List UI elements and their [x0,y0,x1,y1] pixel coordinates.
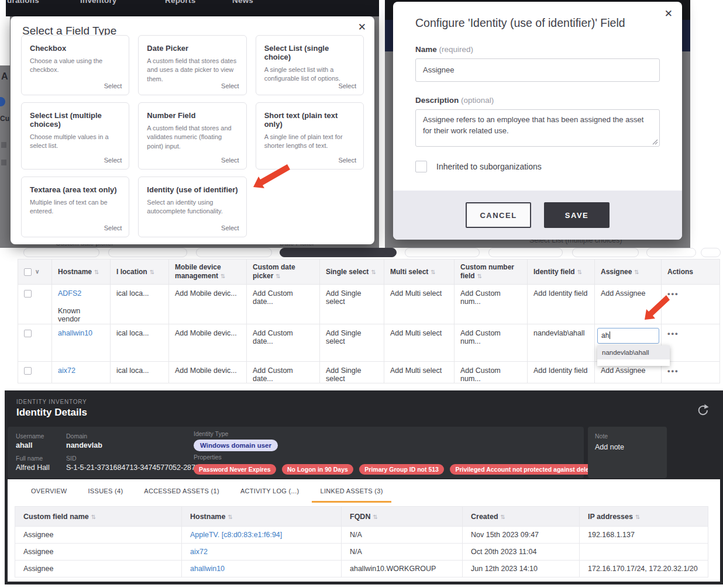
nav-item-configurations[interactable]: urations [7,0,39,5]
description-textarea[interactable]: Assignee refers to an employee that has … [415,109,660,147]
identity-field-cell[interactable]: Add Identity field [528,362,595,383]
col-identity-field[interactable]: Identity field⇅ [528,260,595,285]
col-custom-date[interactable]: Custom date picker⇅ [247,260,320,285]
add-note-placeholder[interactable]: Add note [595,443,624,451]
select-link[interactable]: Select [221,82,239,89]
select-link[interactable]: Select [221,157,239,164]
location-cell[interactable]: ical loca... [111,324,169,362]
select-link[interactable]: Select [104,224,122,231]
col-created[interactable]: Created⇅ [463,507,580,527]
tab-accessed-assets[interactable]: ACCESSED ASSETS (1) [136,480,228,503]
hostname-link[interactable]: AppleTV. [c8:d0:83:e1:f6:94] [190,531,282,539]
sort-icon[interactable]: ⇅ [501,514,505,520]
note-panel[interactable]: Note Add note [588,427,667,478]
cancel-button[interactable]: CANCEL [466,202,531,228]
col-single-select[interactable]: Single select⇅ [320,260,384,285]
field-type-card-identity[interactable]: Identity (use of identifier) Select an i… [138,177,246,237]
resize-handle-icon[interactable] [652,139,658,145]
single-select-cell[interactable]: Add Single select [320,324,384,362]
custom-number-cell[interactable]: Add Custom num... [455,362,528,383]
row-checkbox[interactable] [24,330,32,337]
custom-number-cell[interactable]: Add Custom num... [455,324,528,362]
row-select-cell[interactable] [18,285,52,324]
location-cell[interactable]: ical loca... [111,362,169,383]
field-type-card-checkbox[interactable]: Checkbox Choose a value using the checkb… [21,35,129,95]
custom-date-cell[interactable]: Add Custom date... [247,285,320,324]
sort-icon[interactable]: ⇅ [150,269,154,275]
col-custom-field-name[interactable]: Custom field name⇅ [15,507,182,527]
multi-select-cell[interactable]: Add Multi select [384,362,455,383]
hostname-link[interactable]: aix72 [58,366,75,375]
custom-number-cell[interactable]: Add Custom num... [455,285,528,324]
sort-icon[interactable]: ⇅ [228,514,232,520]
hostname-link[interactable]: aix72 [190,548,208,556]
sort-icon[interactable]: ⇅ [276,273,280,279]
col-multi-select[interactable]: Multi select⇅ [384,260,455,285]
multi-select-cell[interactable]: Add Multi select [384,324,455,362]
single-select-cell[interactable]: Add Single select [320,362,384,383]
nav-item-news[interactable]: News [232,0,253,5]
tab-issues[interactable]: ISSUES (4) [80,480,132,503]
sort-icon[interactable]: ⇅ [431,269,435,275]
hostname-link[interactable]: ahallwin10 [190,565,225,573]
col-hostname[interactable]: Hostname⇅ [182,507,342,527]
tab-activity-log[interactable]: ACTIVITY LOG (...) [232,480,308,503]
select-link[interactable]: Select [338,157,356,164]
mdm-cell[interactable]: Add Mobile devic... [169,362,247,383]
custom-date-cell[interactable]: Add Custom date... [247,362,320,383]
select-all-checkbox[interactable] [24,268,32,276]
col-assignee[interactable]: Assignee⇅ [595,260,662,285]
select-link[interactable]: Select [338,82,356,89]
refresh-icon[interactable] [696,403,710,417]
inherited-checkbox-row[interactable]: Inherited to suborganizations [415,161,660,172]
nav-item-inventory[interactable]: Inventory [80,0,117,5]
field-type-card-select-multiple[interactable]: Select List (multiple choices) Choose mu… [21,102,129,170]
close-icon[interactable]: ✕ [665,9,673,19]
row-select-cell[interactable] [18,324,52,362]
row-checkbox[interactable] [24,290,32,298]
tab-overview[interactable]: OVERVIEW [23,480,75,503]
hostname-link[interactable]: ADFS2 [58,289,81,298]
select-link[interactable]: Select [221,224,239,231]
col-location[interactable]: l location⇅ [111,260,169,285]
row-select-cell[interactable] [18,362,52,383]
field-type-card-textarea[interactable]: Textarea (area text only) Multiple lines… [21,177,129,237]
col-ip-addresses[interactable]: IP addresses⇅ [580,507,708,527]
select-all-header[interactable]: ∨ [18,260,52,285]
identity-field-cell[interactable]: Add Identity field [528,285,595,324]
sort-icon[interactable]: ⇅ [477,273,482,279]
identity-field-cell[interactable]: nandevlab\ahall [528,324,595,362]
actions-menu-icon[interactable]: ••• [667,329,679,338]
hostname-link[interactable]: ahallwin10 [58,329,92,337]
multi-select-cell[interactable]: Add Multi select [384,285,455,324]
inherited-checkbox[interactable] [415,161,427,172]
select-link[interactable]: Select [104,157,122,164]
single-select-cell[interactable]: Add Single select [320,285,384,324]
mdm-cell[interactable]: Add Mobile devic... [169,324,247,362]
name-input[interactable]: Assignee [415,58,660,82]
actions-menu-icon[interactable]: ••• [667,366,679,375]
sort-icon[interactable]: ⇅ [371,269,376,275]
field-type-card-select-single[interactable]: Select List (single choice) A single sel… [256,35,364,95]
sort-icon[interactable]: ⇅ [94,269,99,275]
autocomplete-suggestion[interactable]: nandevlab\ahall [597,345,670,359]
custom-date-cell[interactable]: Add Custom date... [247,324,320,362]
close-icon[interactable]: ✕ [358,22,366,32]
assignee-autocomplete-input[interactable]: ah [597,328,659,344]
select-link[interactable]: Select [104,82,122,89]
col-custom-number[interactable]: Custom number field⇅ [455,260,528,285]
location-cell[interactable]: ical loca... [111,285,169,324]
chevron-down-icon[interactable]: ∨ [35,268,39,275]
nav-item-reports[interactable]: Reports [165,0,195,5]
field-type-card-short-text[interactable]: Short text (plain text only) A single li… [256,102,364,170]
sort-icon[interactable]: ⇅ [634,269,639,275]
col-hostname[interactable]: Hostname⇅ [52,260,111,285]
tab-linked-assets[interactable]: LINKED ASSETS (3) [312,480,391,503]
sort-icon[interactable]: ⇅ [577,269,582,275]
field-type-card-number[interactable]: Number Field A custom field that stores … [138,102,246,170]
sort-icon[interactable]: ⇅ [91,514,96,520]
field-type-card-date-picker[interactable]: Date Picker A custom field that stores d… [138,35,246,95]
col-mdm[interactable]: Mobile device management⇅ [169,260,247,285]
sort-icon[interactable]: ⇅ [635,514,640,520]
row-checkbox[interactable] [24,367,32,375]
